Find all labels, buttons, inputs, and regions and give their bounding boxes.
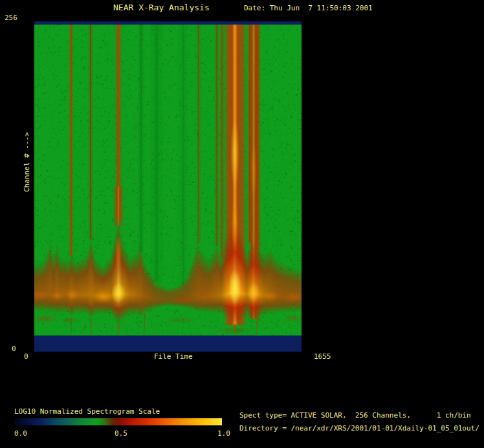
- colorbar-tick-mid: 0.5: [115, 430, 127, 438]
- window-title: NEAR X-Ray Analysis: [113, 3, 210, 12]
- colorbar-tick-high: 1.0: [217, 430, 230, 438]
- x-axis-min-label: 0: [24, 353, 28, 361]
- directory-info: Directory = /near/xdr/XRS/2001/01-01/Xda…: [239, 425, 479, 432]
- x-axis-title: File Time: [154, 353, 193, 361]
- colorbar-gradient: [14, 418, 222, 425]
- x-axis-max-label: 1655: [314, 353, 331, 361]
- date-label: Date: Thu Jun 7 11:50:03 2001: [244, 5, 373, 12]
- y-axis-title: Channel # --->: [23, 132, 31, 192]
- xray-analysis-window: NEAR X-Ray Analysis Date: Thu Jun 7 11:5…: [0, 0, 484, 448]
- spect-type-info: Spect type= ACTIVE SOLAR, 256 Channels, …: [239, 412, 471, 420]
- y-axis-min-label: 0: [12, 345, 16, 353]
- y-axis-max-label: 256: [5, 14, 17, 22]
- colorbar-tick-low: 0.0: [14, 430, 27, 438]
- colorbar-label: LOG10 Normalized Spectrogram Scale: [14, 408, 160, 416]
- spectrogram-canvas: [34, 21, 302, 352]
